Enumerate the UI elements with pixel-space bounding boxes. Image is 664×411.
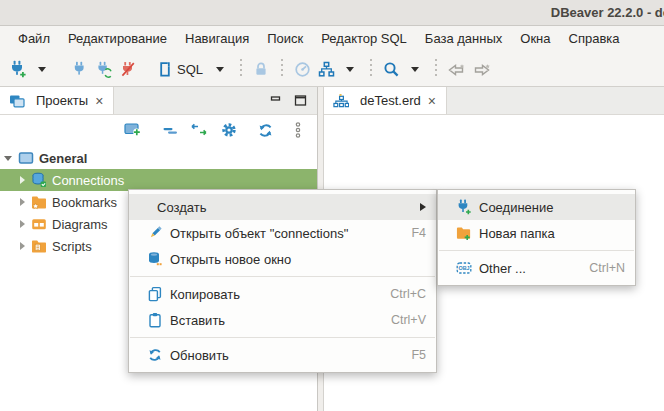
- scripts-folder-icon: [31, 238, 47, 254]
- menu-search[interactable]: Поиск: [258, 26, 312, 52]
- disconnect-icon: [120, 61, 137, 78]
- collapse-all-icon[interactable]: [162, 122, 178, 138]
- main-toolbar: SQL: [0, 52, 664, 87]
- refresh-icon: [147, 347, 163, 363]
- window-title: DBeaver 22.2.0 - de: [551, 5, 664, 20]
- maximize-panel-icon[interactable]: [294, 94, 307, 107]
- connections-icon: [31, 172, 47, 188]
- kebab-menu-icon[interactable]: [293, 121, 303, 139]
- close-icon[interactable]: ×: [94, 94, 104, 108]
- menubar: Файл Редактирование Навигация Поиск Реда…: [0, 26, 664, 52]
- tree-item-connections[interactable]: Connections: [0, 169, 317, 191]
- lock-icon: [253, 61, 269, 77]
- caret-right-icon[interactable]: [20, 220, 25, 228]
- new-connection-button[interactable]: [6, 56, 30, 82]
- forward-icon: [472, 61, 491, 78]
- erd-icon: [333, 93, 349, 109]
- search-icon: [383, 61, 400, 78]
- transfer-icon: [318, 61, 335, 78]
- pencil-icon: [147, 225, 163, 241]
- caret-right-icon[interactable]: [20, 198, 25, 206]
- new-project-icon[interactable]: [123, 121, 143, 139]
- link-editor-icon[interactable]: [189, 122, 209, 138]
- dbeaver-window: DBeaver 22.2.0 - de Файл Редактирование …: [0, 0, 664, 411]
- menu-sql-editor[interactable]: Редактор SQL: [312, 26, 416, 52]
- menu-item-paste[interactable]: Вставить Ctrl+V: [129, 307, 436, 333]
- menu-help[interactable]: Справка: [560, 26, 629, 52]
- tree-label: Scripts: [52, 239, 92, 254]
- menu-item-open-object[interactable]: Открыть объект "connections" F4: [129, 220, 436, 246]
- back-button[interactable]: [444, 56, 469, 82]
- caret-right-icon[interactable]: [20, 176, 25, 184]
- menu-separator: [439, 250, 634, 251]
- copy-icon: [147, 286, 163, 302]
- disconnect-button[interactable]: [116, 56, 140, 82]
- menu-navigation[interactable]: Навигация: [176, 26, 258, 52]
- tree-label: General: [39, 151, 87, 166]
- dropdown-arrow-icon: [411, 67, 419, 72]
- close-icon[interactable]: ×: [427, 94, 437, 108]
- tree-label: Bookmarks: [52, 195, 117, 210]
- panel-window-controls: [270, 87, 317, 114]
- reconnect-button[interactable]: [92, 56, 116, 82]
- menu-item-refresh[interactable]: Обновить F5: [129, 342, 436, 368]
- tab-projects[interactable]: Проекты ×: [0, 87, 114, 114]
- dropdown-arrow-icon: [38, 67, 46, 72]
- create-submenu: Соединение Новая папка OBJ Other ... Ctr…: [437, 189, 636, 286]
- object-icon: OBJ: [456, 260, 472, 276]
- tree-item-general[interactable]: General: [0, 147, 317, 169]
- sql-editor-dropdown[interactable]: [208, 56, 232, 82]
- context-menu: Создать Открыть объект "connections" F4: [128, 189, 437, 373]
- project-icon: [18, 150, 34, 166]
- forward-button[interactable]: [469, 56, 494, 82]
- sql-editor-button[interactable]: SQL: [154, 56, 208, 82]
- submenu-item-connection[interactable]: Соединение: [438, 194, 635, 220]
- dashboard-button[interactable]: [290, 56, 314, 82]
- submenu-item-new-folder[interactable]: Новая папка: [438, 220, 635, 246]
- editor-tab-label: deTest.erd: [360, 93, 421, 108]
- menu-window[interactable]: Окна: [511, 26, 559, 52]
- transfer-dropdown[interactable]: [338, 56, 362, 82]
- menu-item-copy[interactable]: Копировать Ctrl+C: [129, 281, 436, 307]
- projects-panel-toolbar: [0, 115, 317, 145]
- paste-icon: [147, 312, 163, 328]
- menu-separator: [130, 337, 435, 338]
- projects-icon: [9, 93, 25, 109]
- tab-detest-erd[interactable]: deTest.erd ×: [324, 87, 447, 114]
- menu-edit[interactable]: Редактирование: [59, 26, 176, 52]
- database-icon: [147, 251, 163, 267]
- toolbar-separator: [280, 59, 283, 79]
- menu-file[interactable]: Файл: [9, 26, 59, 52]
- search-dropdown[interactable]: [403, 56, 427, 82]
- minimize-panel-icon[interactable]: [270, 95, 282, 107]
- back-icon: [447, 61, 466, 78]
- dropdown-arrow-icon: [216, 67, 224, 72]
- sql-label: SQL: [177, 62, 203, 77]
- menu-item-create[interactable]: Создать: [129, 194, 436, 220]
- submenu-arrow-icon: [420, 203, 426, 211]
- menu-database[interactable]: База данных: [416, 26, 511, 52]
- transfer-button[interactable]: [314, 56, 338, 82]
- caret-right-icon[interactable]: [20, 242, 25, 250]
- svg-text:OBJ: OBJ: [458, 265, 469, 271]
- settings-gear-icon[interactable]: [220, 121, 238, 139]
- titlebar: DBeaver 22.2.0 - de: [0, 0, 664, 26]
- new-folder-icon: [456, 225, 472, 241]
- submenu-item-other[interactable]: OBJ Other ... Ctrl+N: [438, 255, 635, 281]
- toolbar-separator: [369, 59, 372, 79]
- caret-down-icon[interactable]: [4, 156, 12, 161]
- connect-button[interactable]: [68, 56, 92, 82]
- dashboard-icon: [294, 61, 311, 78]
- dropdown-arrow-icon: [346, 67, 354, 72]
- tree-label: Diagrams: [52, 217, 108, 232]
- menu-item-open-new-window[interactable]: Открыть новое окно: [129, 246, 436, 272]
- search-button[interactable]: [379, 56, 403, 82]
- refresh-icon[interactable]: [257, 122, 274, 139]
- toolbar-separator: [434, 59, 437, 79]
- lock-button[interactable]: [249, 56, 273, 82]
- editor-tabstrip: deTest.erd ×: [324, 87, 664, 115]
- new-connection-dropdown[interactable]: [30, 56, 54, 82]
- reconnect-icon: [96, 61, 113, 78]
- menu-separator: [130, 276, 435, 277]
- projects-tabstrip: Проекты ×: [0, 87, 317, 115]
